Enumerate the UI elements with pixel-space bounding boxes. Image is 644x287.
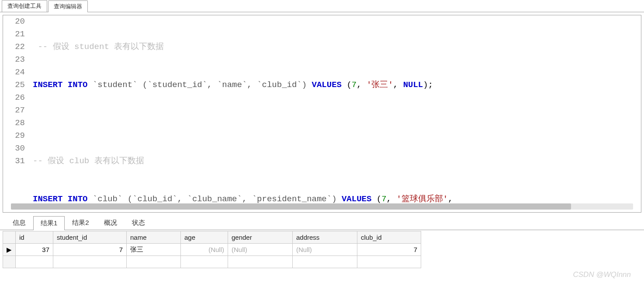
col-name[interactable]: name	[127, 231, 181, 244]
tab-info[interactable]: 信息	[5, 216, 33, 230]
sql-editor-panel: 20 21 22 23 24 25 26 27 28 29 30 31 -- 假…	[3, 15, 641, 213]
sql-editor[interactable]: 20 21 22 23 24 25 26 27 28 29 30 31 -- 假…	[3, 15, 641, 212]
tab-result-1[interactable]: 结果1	[33, 216, 65, 230]
cell-address[interactable]: (Null)	[293, 244, 357, 256]
current-row-icon: ▶	[3, 244, 16, 256]
row-selector-header	[3, 231, 16, 244]
line-gutter: 20 21 22 23 24 25 26 27 28 29 30 31	[3, 15, 29, 212]
code-area[interactable]: -- 假设 student 表有以下数据 INSERT INTO `studen…	[29, 15, 641, 212]
col-student-id[interactable]: student_id	[53, 231, 127, 244]
tab-query-builder[interactable]: 查询创建工具	[2, 0, 47, 12]
grid-header-row: id student_id name age gender address cl…	[3, 231, 421, 244]
result-grid[interactable]: id student_id name age gender address cl…	[3, 231, 421, 268]
col-id[interactable]: id	[16, 231, 53, 244]
tab-result-2[interactable]: 结果2	[65, 216, 96, 230]
col-club-id[interactable]: club_id	[357, 231, 421, 244]
result-tab-bar: 信息 结果1 结果2 概况 状态	[0, 215, 644, 230]
cell-name[interactable]: 张三	[127, 244, 181, 256]
table-row[interactable]	[3, 256, 421, 268]
cell-age[interactable]: (Null)	[181, 244, 228, 256]
cell-gender[interactable]: (Null)	[228, 244, 293, 256]
scrollbar-thumb[interactable]	[11, 203, 571, 210]
table-row[interactable]: ▶ 37 7 张三 (Null) (Null) (Null) 7	[3, 244, 421, 256]
tab-profile[interactable]: 概况	[97, 216, 125, 230]
horizontal-scrollbar[interactable]	[11, 203, 633, 210]
col-age[interactable]: age	[181, 231, 228, 244]
cell-student-id[interactable]: 7	[53, 244, 127, 256]
col-gender[interactable]: gender	[228, 231, 293, 244]
cell-club-id[interactable]: 7	[357, 244, 421, 256]
col-address[interactable]: address	[293, 231, 357, 244]
tab-status[interactable]: 状态	[125, 216, 152, 230]
watermark: CSDN @WQInnn	[573, 270, 631, 279]
cell-id[interactable]: 37	[16, 244, 53, 256]
top-tab-bar: 查询创建工具 查询编辑器	[0, 0, 644, 12]
tab-query-editor[interactable]: 查询编辑器	[48, 0, 88, 12]
row-selector	[3, 256, 16, 268]
